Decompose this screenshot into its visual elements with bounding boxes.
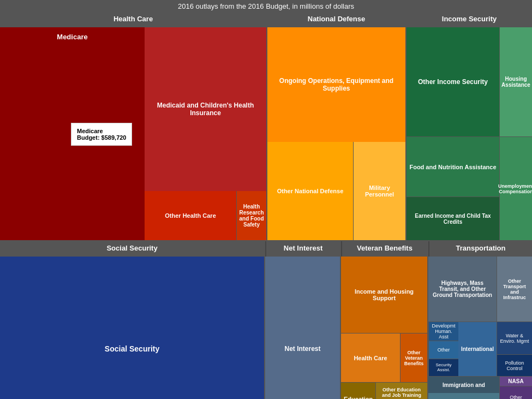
water-cell: Water & Enviro. Mgmt	[497, 322, 532, 354]
health-right: Medicaid and Children's Health Insurance…	[145, 27, 266, 240]
develop-cell: Developmt Human. Asst	[429, 322, 458, 341]
other-national-defense-cell: Other National Defense	[267, 142, 354, 240]
immigration-col: Immigration and Other Law enforecement O…	[428, 377, 499, 399]
income-housing-cell: Income and Housing Support	[341, 257, 427, 333]
earned-income-cell: Earned Income and Child Tax Credits	[407, 196, 499, 240]
housing-assistance-cell: Housing Assistance	[499, 27, 532, 136]
natural-env-col: Water & Enviro. Mgmt Pollution Control	[497, 322, 532, 376]
nasa-cell: NASA	[500, 377, 532, 386]
social-security-col: Social Security Social Security	[0, 241, 265, 399]
social-security-header: Social Security	[0, 241, 264, 257]
treemap: Health Care Medicare Medicare Budget: $5…	[0, 12, 532, 399]
other-income-cell: Other Income Security	[407, 27, 499, 136]
other-intl-cell: Other	[429, 341, 458, 359]
income-security-header: Income Security	[407, 12, 532, 27]
income-security-body: Other Income Security Food and Nutrition…	[407, 27, 532, 240]
bottom-right-section: Immigration and Other Law enforecement O…	[428, 377, 532, 399]
national-defense-header: National Defense	[267, 12, 405, 27]
defense-body: Ongoing Operations, Equipment and Suppli…	[267, 27, 405, 240]
immigration-cell: Immigration and	[428, 377, 499, 393]
ongoing-ops-cell: Ongoing Operations, Equipment and Suppli…	[267, 27, 405, 142]
food-nutrition-cell: Food and Nutrition Assistance	[407, 136, 499, 196]
natural-resources-section: Developmt Human. Asst Other Security Ass…	[428, 322, 532, 377]
health-care-vet-cell: Health Care	[341, 334, 400, 382]
health-care-body: Medicare Medicare Budget: $589,720 Medic…	[0, 27, 266, 240]
education-sub-row: Other Education and Job Training Student…	[375, 383, 427, 399]
health-research-cell: Health Research and Food Safety	[236, 191, 266, 240]
veterans-body: Income and Housing Support Health Care O…	[341, 257, 427, 399]
health-care-vet-row: Health Care Other Veteran Benefits	[341, 333, 427, 382]
unemployment-cell: Unemployment Compensation	[499, 136, 532, 240]
law-enforcement-cell: Other Law enforecement	[428, 393, 499, 399]
other-health-cell: Other Health Care	[145, 191, 236, 240]
income-security-col: Income Security Other Income Security Fo…	[407, 12, 532, 240]
medicare-label: Medicare	[57, 33, 87, 41]
education-job-row: Education and Job Other Education and Jo…	[341, 382, 427, 399]
transportation-section: Highways, Mass Transit, and Other Ground…	[428, 257, 532, 322]
other-science-cell: Other Science	[500, 386, 532, 399]
net-interest-cell: Net Interest	[265, 257, 340, 399]
science-col: NASA Other Science Response to Natural R…	[499, 377, 532, 399]
veterans-header: Veteran Benefits	[341, 241, 427, 257]
medicare-tooltip: Medicare Budget: $589,720	[71, 123, 132, 146]
health-bottom-row: Other Health Care Health Research and Fo…	[145, 191, 266, 240]
veterans-col: Veteran Benefits Income and Housing Supp…	[341, 241, 428, 399]
tooltip-title: Medicare	[77, 128, 126, 134]
highways-cell: Highways, Mass Transit, and Other Ground…	[428, 257, 497, 321]
social-security-cell: Social Security	[0, 257, 264, 399]
military-personnel-cell: Military Personnel	[354, 142, 405, 240]
other-transport-cell: Other Transport and Infrastruc	[497, 257, 532, 321]
health-care-header: Health Care	[0, 12, 266, 27]
transportation-header: Transportation	[428, 241, 532, 257]
right-cols: Transportation Highways, Mass Transit, a…	[428, 241, 532, 399]
net-interest-col: Net Interest Net Interest	[265, 241, 341, 399]
education-job-cell: Education and Job	[341, 383, 375, 399]
pollution-cell: Pollution Control	[497, 354, 532, 376]
medicaid-cell: Medicaid and Children's Health Insurance	[145, 27, 266, 191]
net-interest-header: Net Interest	[265, 241, 340, 257]
top-section: Health Care Medicare Medicare Budget: $5…	[0, 12, 532, 241]
income-right: Housing Assistance Unemployment Compensa…	[499, 27, 532, 240]
develop-security-col: Developmt Human. Asst Other Security Ass…	[428, 322, 458, 376]
chart-container: 2016 outlays from the 2016 Budget, in mi…	[0, 0, 532, 399]
defense-bottom: Other National Defense Military Personne…	[267, 142, 405, 240]
income-left: Other Income Security Food and Nutrition…	[407, 27, 499, 240]
international-cell: International	[458, 322, 497, 376]
tooltip-value: Budget: $589,720	[77, 134, 126, 141]
security-cell: Security Assist.	[429, 359, 458, 377]
medicare-cell: Medicare Medicare Budget: $589,720	[0, 27, 145, 240]
other-vet-cell: Other Veteran Benefits	[400, 334, 427, 382]
bottom-section: Social Security Social Security Net Inte…	[0, 241, 532, 399]
chart-title: 2016 outlays from the 2016 Budget, in mi…	[0, 0, 532, 12]
national-defense-col: National Defense Ongoing Operations, Equ…	[267, 12, 407, 240]
health-care-col: Health Care Medicare Medicare Budget: $5…	[0, 12, 267, 240]
other-edu-cell: Other Education and Job Training	[376, 383, 427, 399]
